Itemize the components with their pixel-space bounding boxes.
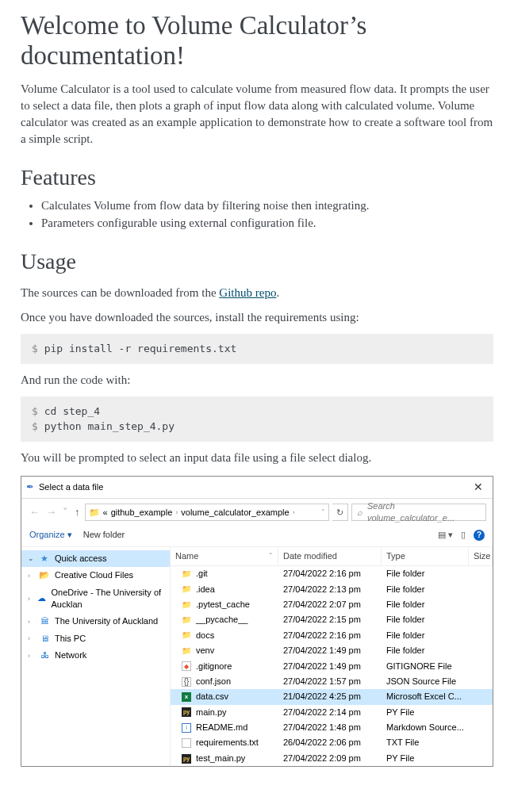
search-input[interactable]: ⌕ Search volume_calculator_e... bbox=[351, 504, 486, 521]
tree-item[interactable]: ›🏛The University of Auckland bbox=[21, 613, 170, 630]
file-row[interactable]: 📁docs27/04/2022 2:16 pmFile folder bbox=[171, 628, 493, 643]
file-date: 27/04/2022 1:57 pm bbox=[278, 674, 382, 689]
usage-p3: And run the code with: bbox=[21, 372, 493, 389]
folder-icon: 📁 bbox=[182, 584, 191, 594]
file-date: 27/04/2022 2:16 pm bbox=[278, 628, 382, 643]
file-row[interactable]: 📁.git27/04/2022 2:16 pmFile folder bbox=[171, 566, 493, 581]
usage-p4: You will be prompted to select an input … bbox=[21, 450, 493, 466]
chevron-right-icon: › bbox=[293, 508, 295, 518]
page-title: Welcome to Volume Calculator’s documenta… bbox=[21, 11, 493, 71]
organize-button[interactable]: Organize ▾ bbox=[29, 529, 72, 541]
newfolder-button[interactable]: New folder bbox=[83, 529, 125, 541]
tree-label: Network bbox=[55, 649, 86, 661]
path-seg[interactable]: volume_calculator_example bbox=[181, 507, 289, 519]
file-name: .pytest_cache bbox=[196, 599, 250, 611]
col-date: Date modified bbox=[278, 547, 382, 565]
close-icon[interactable]: ✕ bbox=[469, 480, 488, 496]
col-name: Name˄ bbox=[171, 547, 278, 565]
view-details-icon[interactable]: ▤ ▾ bbox=[438, 529, 453, 541]
file-name: __pycache__ bbox=[196, 614, 247, 626]
file-size bbox=[469, 566, 493, 581]
file-type: PY File bbox=[382, 751, 469, 766]
features-heading: Features bbox=[21, 162, 493, 193]
path-ellipsis: « bbox=[103, 507, 108, 519]
file-name: venv bbox=[196, 645, 214, 657]
github-repo-link[interactable]: Github repo bbox=[219, 286, 276, 299]
file-row[interactable]: {}conf.json27/04/2022 1:57 pmJSON Source… bbox=[171, 674, 493, 689]
file-type: Markdown Source... bbox=[382, 720, 469, 735]
file-type: File folder bbox=[382, 566, 469, 581]
file-name: .idea bbox=[196, 584, 215, 596]
tree-item[interactable]: ›🖧Network bbox=[21, 647, 170, 664]
file-row[interactable]: xdata.csv21/04/2022 4:25 pmMicrosoft Exc… bbox=[171, 689, 493, 704]
folder-icon: 📁 bbox=[182, 630, 191, 640]
caret-icon: ⌄ bbox=[28, 553, 34, 564]
file-row[interactable]: pymain.py27/04/2022 2:14 pmPY File bbox=[171, 705, 493, 720]
excel-icon: x bbox=[182, 692, 191, 702]
features-list: Calculates Volume from flow data by filt… bbox=[21, 197, 493, 232]
caret-icon: › bbox=[28, 651, 34, 661]
usage-p1: The sources can be downloaded from the G… bbox=[21, 285, 493, 301]
folder-icon: 📁 bbox=[182, 615, 191, 625]
file-type: File folder bbox=[382, 597, 469, 612]
file-size bbox=[469, 689, 493, 704]
file-name: requirements.txt bbox=[196, 737, 259, 749]
cc-icon: 📂 bbox=[39, 569, 50, 581]
file-size bbox=[469, 720, 493, 735]
file-row[interactable]: 📁.pytest_cache27/04/2022 2:07 pmFile fol… bbox=[171, 597, 493, 612]
file-row[interactable]: requirements.txt26/04/2022 2:06 pmTXT Fi… bbox=[171, 735, 493, 750]
chevron-right-icon: › bbox=[175, 508, 178, 518]
file-size bbox=[469, 735, 493, 750]
feature-item: Calculates Volume from flow data by filt… bbox=[41, 197, 493, 214]
caret-icon: › bbox=[28, 594, 33, 604]
tree-label: The University of Auckland bbox=[55, 615, 158, 627]
preview-pane-icon[interactable]: ▯ bbox=[461, 529, 466, 541]
forward-icon[interactable]: → bbox=[44, 505, 58, 519]
file-name: .git bbox=[196, 568, 208, 580]
cloud-icon: ☁ bbox=[37, 592, 46, 604]
file-name: docs bbox=[196, 630, 214, 642]
dialog-title: Select a data file bbox=[39, 481, 469, 493]
file-type: File folder bbox=[382, 582, 469, 597]
file-row[interactable]: iREADME.md27/04/2022 1:48 pmMarkdown Sou… bbox=[171, 720, 493, 735]
tree-item[interactable]: ›📂Creative Cloud Files bbox=[21, 567, 170, 584]
folder-icon: 📁 bbox=[89, 507, 100, 519]
tree-item[interactable]: ›☁OneDrive - The University of Aucklan bbox=[21, 584, 170, 614]
tree-item[interactable]: ›🖥This PC bbox=[21, 630, 170, 647]
file-row[interactable]: 📁.idea27/04/2022 2:13 pmFile folder bbox=[171, 582, 493, 597]
file-size bbox=[469, 628, 493, 643]
file-size bbox=[469, 705, 493, 720]
file-row[interactable]: pytest_main.py27/04/2022 2:09 pmPY File bbox=[171, 751, 493, 766]
path-seg[interactable]: github_example bbox=[111, 507, 173, 519]
file-name: .gitignore bbox=[196, 661, 232, 672]
file-row[interactable]: 📁__pycache__27/04/2022 2:15 pmFile folde… bbox=[171, 612, 493, 627]
caret-icon: › bbox=[28, 634, 34, 644]
file-type: PY File bbox=[382, 705, 469, 720]
history-icon[interactable]: ˅ bbox=[61, 505, 70, 519]
file-size bbox=[469, 659, 493, 674]
net-icon: 🖧 bbox=[39, 649, 50, 661]
chevron-down-icon[interactable]: ˅ bbox=[321, 508, 325, 518]
file-date: 21/04/2022 4:25 pm bbox=[278, 689, 382, 704]
markdown-icon: i bbox=[182, 723, 191, 733]
intro-paragraph: Volume Calculator is a tool used to calc… bbox=[21, 81, 493, 147]
file-size bbox=[469, 751, 493, 766]
column-headers[interactable]: Name˄ Date modified Type Size bbox=[171, 547, 493, 566]
help-icon[interactable]: ? bbox=[474, 530, 485, 541]
feature-item: Parameters configurable using external c… bbox=[41, 215, 493, 232]
col-type: Type bbox=[382, 547, 469, 565]
up-icon[interactable]: ↑ bbox=[73, 505, 82, 519]
python-icon: py bbox=[182, 707, 191, 717]
code-run: $ cd step_4 $ python main_step_4.py bbox=[21, 396, 493, 441]
file-size bbox=[469, 612, 493, 627]
file-name: data.csv bbox=[196, 691, 228, 703]
file-row[interactable]: 📁venv27/04/2022 1:49 pmFile folder bbox=[171, 643, 493, 658]
file-date: 27/04/2022 1:49 pm bbox=[278, 659, 382, 674]
file-size bbox=[469, 643, 493, 658]
file-row[interactable]: ◆.gitignore27/04/2022 1:49 pmGITIGNORE F… bbox=[171, 659, 493, 674]
back-icon[interactable]: ← bbox=[28, 505, 41, 519]
file-date: 27/04/2022 2:14 pm bbox=[278, 705, 382, 720]
refresh-icon[interactable]: ↻ bbox=[332, 504, 348, 521]
tree-item[interactable]: ⌄★Quick access bbox=[21, 550, 170, 567]
breadcrumb[interactable]: 📁 « github_example › volume_calculator_e… bbox=[85, 504, 330, 521]
